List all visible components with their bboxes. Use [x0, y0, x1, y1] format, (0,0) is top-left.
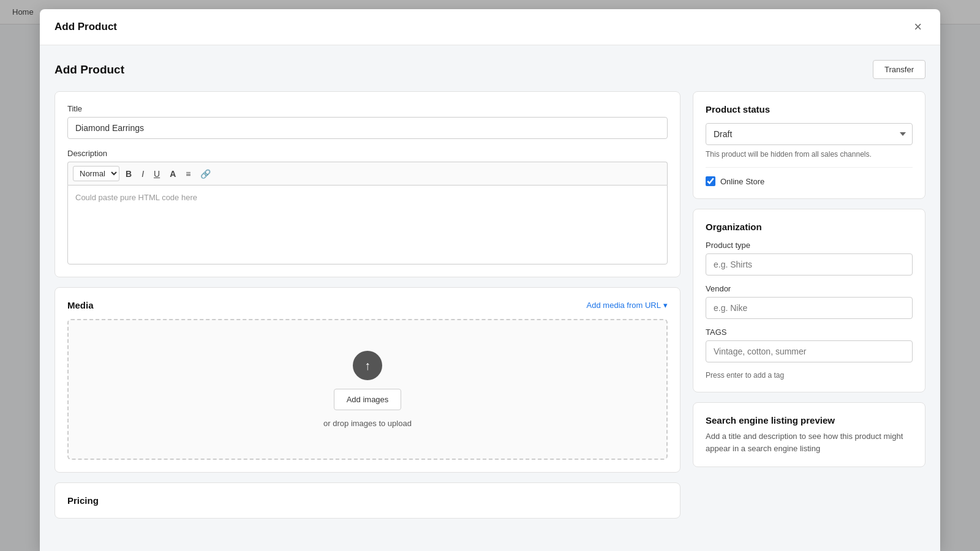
modal-header: Add Product × — [40, 9, 940, 45]
drop-text: or drop images to upload — [323, 419, 412, 428]
organization-card: Organization Product type Vendor TAGS Pr… — [693, 209, 925, 392]
transfer-button[interactable]: Transfer — [873, 60, 925, 79]
seo-title: Search engine listing preview — [706, 415, 913, 425]
close-button[interactable]: × — [910, 19, 925, 35]
online-store-checkbox[interactable] — [706, 176, 715, 186]
underline-button[interactable]: U — [150, 167, 164, 181]
content-layout: Title Description Normal B I U — [55, 91, 925, 519]
content-right: Product status Draft This product will b… — [693, 91, 925, 467]
product-status-select[interactable]: Draft — [706, 123, 913, 145]
drop-zone[interactable]: ↑ Add images or drop images to upload — [67, 319, 668, 460]
product-status-card: Product status Draft This product will b… — [693, 91, 925, 199]
seo-hint: Add a title and description to see how t… — [706, 430, 913, 454]
description-section: Description Normal B I U A ≡ 🔗 — [67, 149, 668, 264]
title-description-card: Title Description Normal B I U — [55, 91, 680, 277]
media-title: Media — [67, 300, 94, 310]
media-card: Media Add media from URL ▾ ↑ Add images — [55, 287, 680, 473]
tags-hint: Press enter to add a tag — [706, 371, 913, 380]
pricing-title: Pricing — [67, 495, 668, 506]
bold-button[interactable]: B — [122, 167, 135, 181]
body-title: Add Product — [55, 63, 124, 77]
add-product-modal: Add Product × Add Product Transfer Title — [40, 9, 940, 551]
upload-arrow-icon: ↑ — [364, 359, 371, 373]
chevron-down-icon: ▾ — [663, 301, 668, 310]
editor-toolbar: Normal B I U A ≡ 🔗 — [67, 162, 668, 185]
title-input[interactable] — [67, 117, 668, 139]
product-status-hint: This product will be hidden from all sal… — [706, 150, 913, 159]
italic-button[interactable]: I — [138, 167, 148, 181]
align-button[interactable]: ≡ — [182, 167, 194, 181]
modal-body: Add Product Transfer Title Description — [40, 45, 940, 551]
body-header: Add Product Transfer — [55, 60, 925, 79]
pricing-card: Pricing — [55, 482, 680, 519]
media-header: Media Add media from URL ▾ — [67, 300, 668, 310]
modal-header-title: Add Product — [55, 21, 117, 33]
editor-placeholder: Could paste pure HTML code here — [75, 193, 197, 202]
upload-icon: ↑ — [353, 351, 382, 380]
product-status-title: Product status — [706, 104, 913, 114]
add-media-from-url-link[interactable]: Add media from URL ▾ — [587, 301, 668, 310]
organization-title: Organization — [706, 222, 913, 232]
online-store-row: Online Store — [706, 167, 913, 186]
add-images-button[interactable]: Add images — [334, 389, 402, 410]
online-store-label: Online Store — [720, 177, 764, 186]
color-button[interactable]: A — [166, 167, 179, 181]
description-label: Description — [67, 149, 668, 158]
tags-input[interactable] — [706, 340, 913, 362]
description-editor[interactable]: Could paste pure HTML code here — [67, 185, 668, 264]
title-label: Title — [67, 104, 668, 113]
seo-card: Search engine listing preview Add a titl… — [693, 402, 925, 467]
vendor-label: Vendor — [706, 284, 913, 293]
vendor-input[interactable] — [706, 297, 913, 319]
product-type-label: Product type — [706, 241, 913, 250]
content-left: Title Description Normal B I U — [55, 91, 680, 519]
format-select[interactable]: Normal — [73, 166, 119, 181]
product-type-input[interactable] — [706, 253, 913, 276]
link-button[interactable]: 🔗 — [197, 167, 214, 181]
modal-body-inner: Add Product Transfer Title Description — [40, 45, 940, 533]
add-media-link-text: Add media from URL — [587, 301, 661, 310]
tags-label: TAGS — [706, 328, 913, 337]
